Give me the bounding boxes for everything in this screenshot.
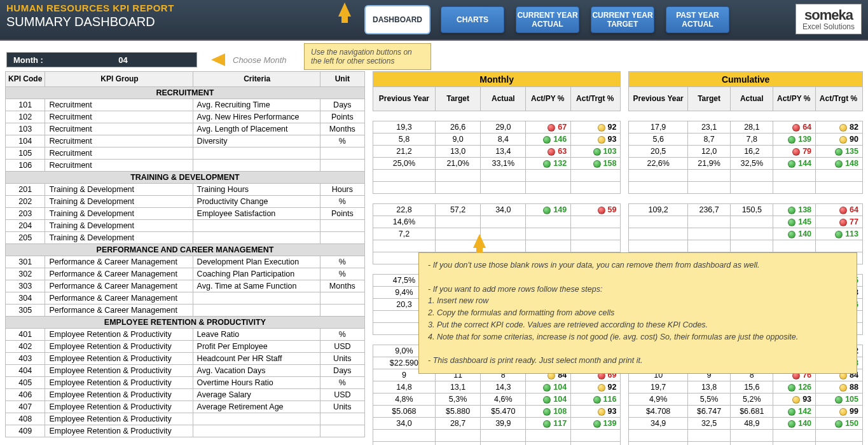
table-row[interactable]: 303 Performance & Career Management Avg.… — [6, 280, 365, 292]
table-row[interactable]: 5,89,08,414693 — [373, 134, 621, 146]
nav-charts[interactable]: CHARTS — [441, 6, 504, 33]
table-row[interactable]: 19,713,815,612688 — [629, 381, 863, 394]
table-row[interactable] — [373, 442, 621, 446]
table-row[interactable]: 4,8%5,3%4,6%104116 — [373, 394, 621, 406]
table-row[interactable]: 409 Employee Retention & Productivity — [6, 425, 365, 437]
table-row[interactable]: 401 Employee Retention & Productivity Le… — [6, 329, 365, 341]
nav-cy-actual[interactable]: CURRENT YEAR ACTUAL — [516, 6, 579, 33]
table-row[interactable] — [373, 170, 621, 182]
table-row[interactable]: 403 Employee Retention & Productivity He… — [6, 353, 365, 365]
table-row[interactable]: 407 Employee Retention & Productivity Av… — [6, 401, 365, 413]
group-header: EMPLOYEE RETENTION & PRODUCTIVITY — [6, 317, 365, 329]
table-row[interactable]: 202 Training & Development Productivity … — [6, 196, 365, 208]
kpi-info-table: KPI Code KPI Group Criteria Unit RECRUIT… — [5, 71, 365, 437]
table-row[interactable]: 102 Recruitment Avg. New Hires Performan… — [6, 111, 365, 123]
logo: someka Excel Solutions — [796, 4, 862, 34]
nav-cy-target[interactable]: CURRENT YEAR TARGET — [591, 6, 654, 33]
table-row[interactable]: 408 Employee Retention & Productivity — [6, 413, 365, 425]
table-row[interactable]: 201 Training & Development Training Hour… — [6, 184, 365, 196]
month-selector[interactable]: Month : 04 — [6, 52, 197, 67]
table-row[interactable]: 5,68,77,813990 — [629, 134, 863, 146]
table-row[interactable]: 205 Training & Development — [6, 232, 365, 244]
table-row[interactable]: 305 Performance & Career Management — [6, 305, 365, 317]
table-row[interactable] — [373, 182, 621, 194]
nav-py-actual[interactable]: PAST YEAR ACTUAL — [666, 6, 729, 33]
table-row[interactable]: 140113 — [629, 228, 863, 240]
choose-month-hint: Choose Month — [233, 55, 287, 65]
table-row[interactable]: 104 Recruitment Diversity % — [6, 135, 365, 147]
table-row[interactable]: 301 Performance & Career Management Deve… — [6, 256, 365, 268]
table-row[interactable]: $5.068$5.880$5.47010893 — [373, 406, 621, 418]
table-row[interactable] — [629, 182, 863, 194]
table-row[interactable]: 25,0%21,0%33,1%132158 — [373, 158, 621, 170]
arrow-up-icon — [473, 234, 486, 248]
table-row[interactable]: 34,028,739,9117139 — [373, 418, 621, 430]
table-row[interactable]: 20,512,016,279135 — [629, 146, 863, 158]
table-row[interactable]: 105 Recruitment — [6, 147, 365, 160]
instructions-tooltip: - If you don't use those blank rows in y… — [418, 252, 857, 374]
table-row[interactable]: 4,9%5,5%5,2%93105 — [629, 394, 863, 406]
group-header: PERFORMANCE AND CAREER MANAGEMENT — [6, 244, 365, 256]
table-row[interactable]: $4.708$6.747$6.68114299 — [629, 406, 863, 418]
table-row[interactable]: 17,923,128,16482 — [629, 121, 863, 134]
table-row[interactable]: 304 Performance & Career Management — [6, 292, 365, 305]
table-row[interactable]: 103 Recruitment Avg. Length of Placement… — [6, 123, 365, 135]
table-row[interactable]: 14,6% — [373, 216, 621, 228]
table-row[interactable]: 22,6%21,9%32,5%144148 — [629, 158, 863, 170]
table-row[interactable] — [629, 442, 863, 446]
table-row[interactable] — [373, 240, 621, 252]
table-row[interactable]: 21,213,013,463103 — [373, 146, 621, 158]
table-row[interactable] — [373, 430, 621, 442]
table-row[interactable]: 22,857,234,014959 — [373, 204, 621, 216]
table-row[interactable]: 19,326,629,06792 — [373, 121, 621, 134]
table-row[interactable] — [629, 430, 863, 442]
table-row[interactable]: 404 Employee Retention & Productivity Av… — [6, 365, 365, 377]
app-header: HUMAN RESOURCES KPI REPORT SUMMARY DASHB… — [0, 0, 868, 41]
table-row[interactable] — [629, 240, 863, 252]
table-row[interactable]: 109,2236,7150,513864 — [629, 204, 863, 216]
table-row[interactable]: 34,932,548,9140150 — [629, 418, 863, 430]
table-row[interactable]: 14,813,114,310492 — [373, 381, 621, 394]
table-row[interactable]: 405 Employee Retention & Productivity Ov… — [6, 377, 365, 389]
group-header: RECRUITMENT — [6, 87, 365, 99]
table-row[interactable]: 14577 — [629, 216, 863, 228]
table-row[interactable]: 101 Recruitment Avg. Recruiting Time Day… — [6, 99, 365, 111]
table-row[interactable]: 7,2 — [373, 228, 621, 240]
table-row[interactable] — [629, 170, 863, 182]
table-row[interactable]: 203 Training & Development Employee Sati… — [6, 208, 365, 220]
table-row[interactable]: 204 Training & Development — [6, 220, 365, 232]
nav-dashboard[interactable]: DASHBOARD — [366, 6, 429, 33]
table-row[interactable]: 406 Employee Retention & Productivity Av… — [6, 389, 365, 401]
nav-button-group: DASHBOARD CHARTS CURRENT YEAR ACTUAL CUR… — [366, 6, 729, 33]
nav-tooltip: Use the navigation buttons on the left f… — [304, 43, 431, 70]
table-row[interactable]: 106 Recruitment — [6, 160, 365, 172]
arrow-left-icon — [211, 53, 225, 66]
group-header: TRAINING & DEVELOPMENT — [6, 172, 365, 184]
arrow-up-icon — [338, 3, 351, 17]
table-row[interactable]: 302 Performance & Career Management Coac… — [6, 268, 365, 280]
table-row[interactable]: 402 Employee Retention & Productivity Pr… — [6, 341, 365, 353]
